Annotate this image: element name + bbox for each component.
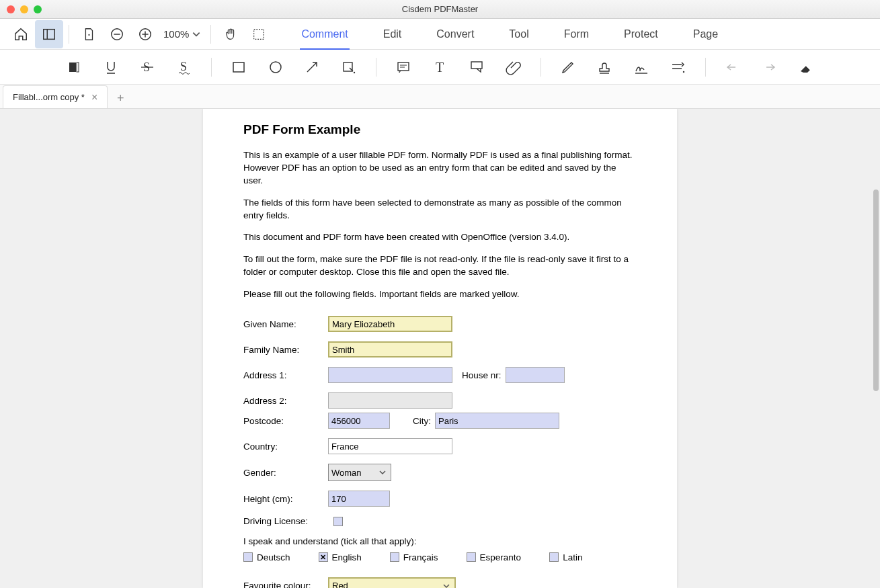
strikethrough-button[interactable]: S — [134, 53, 161, 81]
note-button[interactable] — [390, 53, 417, 81]
eraser-button[interactable] — [793, 53, 819, 81]
note-icon — [395, 59, 411, 75]
intro-paragraph-5: Please fill out the following fields. Im… — [243, 288, 637, 301]
page-display-button[interactable] — [75, 20, 103, 48]
new-tab-button[interactable]: + — [110, 88, 130, 108]
city-label: City: — [413, 416, 431, 426]
driving-checkbox[interactable] — [333, 517, 343, 526]
main-toolbar: 100% Comment Edit Convert Tool Form Prot… — [0, 19, 880, 50]
home-icon — [13, 27, 28, 42]
pencil-icon — [560, 59, 576, 75]
intro-paragraph-3: This document and PDF form have been cre… — [243, 231, 637, 244]
document-tab[interactable]: Fillabl...orm copy * × — [3, 85, 108, 108]
menu-tool[interactable]: Tool — [508, 24, 530, 44]
gender-select[interactable]: Woman — [328, 464, 391, 481]
undo-button[interactable] — [719, 53, 746, 81]
sidebar-toggle-button[interactable] — [35, 20, 63, 48]
separator — [210, 25, 211, 44]
lang-esperanto-label: Esperanto — [480, 552, 522, 562]
tab-close-button[interactable]: × — [91, 91, 97, 103]
scrollbar[interactable] — [873, 190, 879, 391]
svg-point-29 — [683, 71, 684, 72]
titlebar: Cisdem PDFMaster — [0, 0, 880, 19]
redo-icon — [761, 59, 777, 75]
address2-label: Address 2: — [243, 396, 328, 406]
intro-paragraph-1: This is an example of a user fillable PD… — [243, 149, 637, 187]
text-button[interactable]: T — [426, 53, 453, 81]
address1-label: Address 1: — [243, 370, 328, 380]
annotation-toolbar: S S T — [0, 50, 880, 85]
country-field[interactable] — [328, 438, 452, 454]
zoom-in-icon — [138, 27, 153, 42]
svg-point-2 — [88, 34, 89, 35]
squiggly-button[interactable]: S — [170, 53, 197, 81]
signature-button[interactable] — [628, 53, 655, 81]
svg-rect-15 — [233, 62, 244, 72]
selection-icon — [251, 27, 266, 42]
highlight-button[interactable] — [61, 53, 87, 81]
underline-icon — [103, 59, 119, 75]
lang-deutsch-checkbox[interactable] — [243, 552, 253, 562]
address2-field[interactable] — [328, 392, 452, 409]
driving-label: Driving License: — [243, 516, 333, 526]
svg-rect-18 — [344, 62, 352, 71]
zoom-out-icon — [110, 27, 124, 42]
lang-latin-checkbox[interactable] — [549, 552, 559, 562]
document-viewport[interactable]: PDF Form Example This is an example of a… — [0, 109, 880, 588]
tab-title: Fillabl...orm copy * — [13, 92, 85, 102]
document-tabs: Fillabl...orm copy * × + — [0, 85, 880, 109]
intro-paragraph-4: To fill out the form, make sure the PDF … — [243, 253, 637, 279]
house-nr-field[interactable] — [506, 367, 565, 383]
stamp-icon — [596, 59, 612, 75]
lang-english-checkbox[interactable] — [319, 552, 328, 562]
attachment-button[interactable] — [499, 53, 526, 81]
arrow-button[interactable] — [298, 53, 325, 81]
stamp-button[interactable] — [591, 53, 618, 81]
lang-francais-checkbox[interactable] — [390, 552, 399, 562]
pencil-button[interactable] — [555, 53, 582, 81]
zoom-out-button[interactable] — [103, 20, 131, 48]
given-name-field[interactable] — [328, 316, 452, 332]
height-label: Height (cm): — [243, 494, 328, 504]
hand-tool-button[interactable] — [216, 20, 245, 48]
menu-edit[interactable]: Edit — [382, 24, 403, 44]
selection-tool-button[interactable] — [245, 20, 273, 48]
height-field[interactable] — [328, 491, 390, 507]
menu-convert[interactable]: Convert — [435, 24, 475, 44]
address1-field[interactable] — [328, 367, 452, 383]
svg-rect-8 — [254, 29, 264, 39]
eraser-icon — [798, 59, 814, 75]
circle-icon — [268, 59, 284, 75]
app-title: Cisdem PDFMaster — [0, 4, 880, 14]
separator — [211, 58, 212, 77]
pdf-page: PDF Form Example This is an example of a… — [203, 109, 677, 588]
menu-form[interactable]: Form — [563, 24, 590, 44]
menu-protect[interactable]: Protect — [623, 24, 659, 44]
family-name-field[interactable] — [328, 341, 452, 358]
underline-button[interactable] — [97, 53, 124, 81]
svg-rect-20 — [398, 62, 409, 71]
undo-icon — [725, 59, 741, 75]
city-field[interactable] — [435, 413, 559, 429]
house-nr-label: House nr: — [462, 370, 502, 380]
svg-line-17 — [307, 62, 317, 72]
callout-icon — [469, 59, 485, 75]
zoom-in-button[interactable] — [131, 20, 159, 48]
svg-rect-10 — [77, 62, 79, 72]
redo-button[interactable] — [756, 53, 783, 81]
zoom-level-dropdown[interactable]: 100% — [159, 28, 205, 40]
favcolour-select[interactable]: Red — [328, 577, 456, 588]
arrow-icon — [304, 59, 320, 75]
circle-button[interactable] — [262, 53, 288, 81]
signature-icon — [633, 59, 649, 75]
lang-esperanto-checkbox[interactable] — [467, 552, 476, 562]
callout-button[interactable] — [463, 53, 490, 81]
shape-icon — [341, 59, 357, 75]
rectangle-button[interactable] — [225, 53, 252, 81]
home-button[interactable] — [7, 20, 35, 48]
link-dropdown-button[interactable] — [664, 53, 691, 81]
menu-page[interactable]: Page — [692, 24, 719, 44]
shape-dropdown-button[interactable] — [335, 53, 362, 81]
menu-comment[interactable]: Comment — [300, 24, 349, 44]
postcode-field[interactable] — [328, 413, 390, 429]
